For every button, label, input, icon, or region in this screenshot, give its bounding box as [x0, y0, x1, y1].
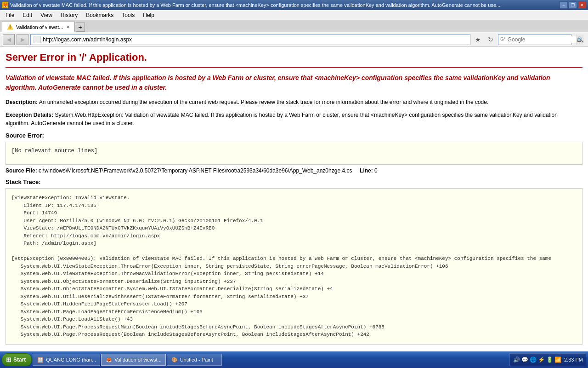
- systray-icon-3: 🌐: [529, 356, 537, 363]
- source-file-path: c:\windows\Microsoft.NET\Framework\v2.0.…: [39, 167, 352, 174]
- systray-icon-4: ⚡: [537, 356, 545, 363]
- forward-button[interactable]: ▶: [17, 34, 28, 45]
- tab-label: Validation of viewst...: [16, 24, 63, 30]
- error-title: Server Error in '/' Application.: [6, 52, 582, 63]
- description-paragraph: Description: An unhandled exception occu…: [6, 98, 582, 106]
- taskbar-quanglong-icon: 🪟: [37, 356, 44, 363]
- menu-tools[interactable]: Tools: [118, 11, 138, 19]
- source-error-title: Source Error:: [6, 132, 582, 139]
- taskbar: ⊞ Start 🪟 QUANG LONG (han... 🦊 Validatio…: [0, 351, 588, 368]
- taskbar-button-paint[interactable]: 🎨 Untitled - Paint: [167, 354, 222, 366]
- line-number: 0: [374, 167, 378, 174]
- exception-text: System.Web.HttpException: Validation of …: [6, 112, 558, 126]
- system-clock: 2:33 PM: [562, 356, 583, 363]
- start-button[interactable]: ⊞ Start: [2, 353, 32, 366]
- line-label: Line:: [360, 167, 373, 174]
- content-area: Server Error in '/' Application. Validat…: [0, 47, 588, 351]
- minimize-button[interactable]: −: [560, 1, 568, 9]
- taskbar-paint-label: Untitled - Paint: [180, 357, 213, 362]
- systray-icon-5: 🔋: [546, 356, 553, 363]
- description-label: Description:: [6, 99, 38, 105]
- tab-close-button[interactable]: ✕: [66, 24, 70, 29]
- bookmark-star-button[interactable]: ★: [472, 34, 483, 45]
- source-code-text: [No relevant source lines]: [11, 148, 97, 154]
- refresh-button[interactable]: ↻: [485, 34, 496, 45]
- taskbar-firefox-label: Validation of viewst...: [114, 357, 162, 362]
- title-bar-controls: − ❐ ✕: [560, 1, 586, 9]
- taskbar-button-firefox[interactable]: 🦊 Validation of viewst...: [101, 354, 166, 366]
- browser-content-wrapper: Server Error in '/' Application. Validat…: [0, 47, 588, 351]
- browser-icon: 🦊: [2, 2, 8, 8]
- error-divider: [6, 67, 582, 68]
- menu-help[interactable]: Help: [139, 11, 158, 19]
- menu-view[interactable]: View: [37, 11, 56, 19]
- address-bar: ◀ ▶ http://logas.com.vn/admin/login.aspx…: [0, 32, 588, 47]
- source-file-line: Source File: c:\windows\Microsoft.NET\Fr…: [6, 167, 582, 174]
- menu-history[interactable]: History: [57, 11, 81, 19]
- source-file-label: Source File:: [6, 167, 37, 174]
- source-code-box: [No relevant source lines]: [6, 142, 582, 165]
- tab-active[interactable]: ⚠️ Validation of viewst... ✕: [2, 22, 75, 32]
- new-tab-button[interactable]: +: [76, 23, 85, 32]
- restore-button[interactable]: ❐: [569, 1, 577, 9]
- close-button[interactable]: ✕: [578, 1, 586, 9]
- start-label: Start: [13, 356, 26, 363]
- menu-edit[interactable]: Edit: [19, 11, 36, 19]
- windows-logo: ⊞: [6, 356, 11, 363]
- stack-trace-box: [ViewStateException: Invalid viewstate. …: [6, 188, 582, 345]
- exception-label: Exception Details:: [6, 112, 53, 118]
- search-engine-label: G*: [498, 37, 508, 42]
- menu-file[interactable]: File: [2, 11, 18, 19]
- stack-trace-text: [ViewStateException: Invalid viewstate. …: [11, 194, 577, 339]
- systray-icon-2: 💬: [521, 356, 528, 363]
- search-input[interactable]: [508, 36, 577, 43]
- url-text: http://logas.com.vn/admin/login.aspx: [43, 36, 132, 43]
- taskbar-quanglong-label: QUANG LONG (han...: [46, 357, 96, 362]
- home-button[interactable]: ⌂: [573, 34, 585, 45]
- systray-icon-1: 🔊: [513, 356, 520, 363]
- systray: 🔊 💬 🌐 ⚡ 🔋 📶 2:33 PM: [509, 353, 586, 366]
- error-subtitle: Validation of viewstate MAC failed. If t…: [6, 73, 582, 92]
- title-bar-text-area: 🦊 Validation of viewstate MAC failed. If…: [2, 2, 560, 8]
- taskbar-paint-icon: 🎨: [171, 356, 178, 363]
- exception-paragraph: Exception Details: System.Web.HttpExcept…: [6, 111, 582, 127]
- back-button[interactable]: ◀: [3, 34, 15, 45]
- systray-icon-6: 📶: [554, 356, 561, 363]
- title-bar-title: Validation of viewstate MAC failed. If t…: [10, 2, 500, 8]
- taskbar-firefox-icon: 🦊: [105, 356, 113, 363]
- search-box: G* 🔍: [498, 34, 571, 45]
- stack-trace-title: Stack Trace:: [6, 178, 582, 185]
- url-box: http://logas.com.vn/admin/login.aspx: [30, 34, 470, 45]
- taskbar-button-quanglong[interactable]: 🪟 QUANG LONG (han...: [33, 354, 100, 366]
- site-icon: [34, 36, 41, 43]
- menu-bookmarks[interactable]: Bookmarks: [82, 11, 117, 19]
- tab-favicon: ⚠️: [7, 24, 13, 30]
- menu-bar: File Edit View History Bookmarks Tools H…: [0, 10, 588, 20]
- title-bar: 🦊 Validation of viewstate MAC failed. If…: [0, 0, 588, 10]
- description-text: An unhandled exception occurred during t…: [39, 99, 489, 105]
- tab-bar: ⚠️ Validation of viewst... ✕ +: [0, 20, 588, 32]
